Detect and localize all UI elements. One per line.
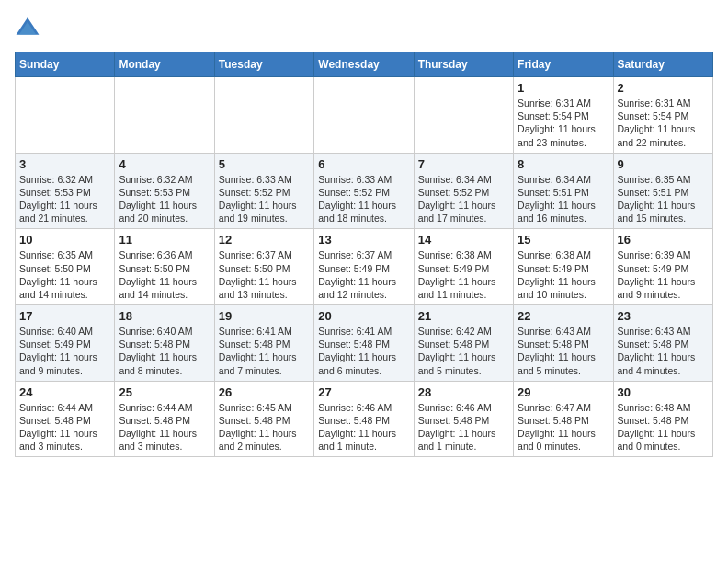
day-number: 5: [219, 157, 310, 171]
day-info: Sunrise: 6:37 AM Sunset: 5:50 PM Dayligh…: [219, 248, 310, 301]
day-info: Sunrise: 6:46 AM Sunset: 5:48 PM Dayligh…: [418, 401, 509, 454]
day-number: 7: [418, 157, 509, 171]
calendar-week-row: 24Sunrise: 6:44 AM Sunset: 5:48 PM Dayli…: [16, 381, 713, 457]
calendar-cell: 1Sunrise: 6:31 AM Sunset: 5:54 PM Daylig…: [514, 77, 613, 154]
day-number: 30: [618, 385, 709, 399]
day-number: 13: [318, 233, 409, 247]
day-info: Sunrise: 6:41 AM Sunset: 5:48 PM Dayligh…: [219, 325, 310, 377]
calendar-cell: 8Sunrise: 6:34 AM Sunset: 5:51 PM Daylig…: [514, 153, 613, 229]
day-number: 24: [19, 385, 110, 399]
calendar-cell: 22Sunrise: 6:43 AM Sunset: 5:48 PM Dayli…: [514, 305, 613, 382]
day-number: 20: [318, 309, 409, 323]
calendar-cell: 18Sunrise: 6:40 AM Sunset: 5:48 PM Dayli…: [115, 305, 214, 382]
day-info: Sunrise: 6:40 AM Sunset: 5:49 PM Dayligh…: [19, 325, 110, 377]
weekday-header: Tuesday: [214, 52, 313, 77]
day-number: 11: [119, 233, 210, 247]
day-number: 15: [518, 233, 609, 247]
weekday-header: Thursday: [414, 52, 513, 77]
calendar-cell: 20Sunrise: 6:41 AM Sunset: 5:48 PM Dayli…: [314, 305, 414, 382]
calendar-table: SundayMondayTuesdayWednesdayThursdayFrid…: [15, 52, 713, 457]
day-number: 23: [618, 309, 709, 323]
calendar-cell: 14Sunrise: 6:38 AM Sunset: 5:49 PM Dayli…: [414, 229, 513, 305]
calendar-cell: [16, 77, 115, 154]
day-number: 3: [19, 157, 110, 171]
day-number: 25: [119, 385, 210, 399]
calendar-cell: 21Sunrise: 6:42 AM Sunset: 5:48 PM Dayli…: [414, 305, 513, 382]
calendar-week-row: 3Sunrise: 6:32 AM Sunset: 5:53 PM Daylig…: [16, 153, 713, 229]
day-number: 29: [518, 385, 609, 399]
day-info: Sunrise: 6:35 AM Sunset: 5:51 PM Dayligh…: [618, 173, 709, 225]
day-number: 2: [618, 81, 709, 95]
day-number: 21: [418, 309, 509, 323]
calendar-cell: 19Sunrise: 6:41 AM Sunset: 5:48 PM Dayli…: [214, 305, 313, 382]
day-info: Sunrise: 6:46 AM Sunset: 5:48 PM Dayligh…: [318, 401, 409, 454]
day-number: 9: [618, 157, 709, 171]
day-info: Sunrise: 6:36 AM Sunset: 5:50 PM Dayligh…: [119, 248, 210, 301]
day-info: Sunrise: 6:37 AM Sunset: 5:49 PM Dayligh…: [318, 248, 409, 301]
day-number: 8: [518, 157, 609, 171]
day-info: Sunrise: 6:41 AM Sunset: 5:48 PM Dayligh…: [318, 325, 409, 377]
weekday-header: Sunday: [16, 52, 115, 77]
calendar-week-row: 17Sunrise: 6:40 AM Sunset: 5:49 PM Dayli…: [16, 305, 713, 382]
day-info: Sunrise: 6:33 AM Sunset: 5:52 PM Dayligh…: [318, 173, 409, 225]
calendar-cell: 28Sunrise: 6:46 AM Sunset: 5:48 PM Dayli…: [414, 381, 513, 457]
logo: [15, 15, 44, 40]
weekday-header: Wednesday: [314, 52, 414, 77]
calendar-cell: 3Sunrise: 6:32 AM Sunset: 5:53 PM Daylig…: [16, 153, 115, 229]
day-number: 28: [418, 385, 509, 399]
day-number: 1: [518, 81, 609, 95]
calendar-cell: 25Sunrise: 6:44 AM Sunset: 5:48 PM Dayli…: [115, 381, 214, 457]
day-number: 18: [119, 309, 210, 323]
calendar-week-row: 1Sunrise: 6:31 AM Sunset: 5:54 PM Daylig…: [16, 77, 713, 154]
calendar-cell: 6Sunrise: 6:33 AM Sunset: 5:52 PM Daylig…: [314, 153, 414, 229]
calendar-cell: 16Sunrise: 6:39 AM Sunset: 5:49 PM Dayli…: [613, 229, 712, 305]
day-number: 4: [119, 157, 210, 171]
day-info: Sunrise: 6:44 AM Sunset: 5:48 PM Dayligh…: [119, 401, 210, 454]
day-number: 17: [19, 309, 110, 323]
day-info: Sunrise: 6:47 AM Sunset: 5:48 PM Dayligh…: [518, 401, 609, 454]
day-number: 14: [418, 233, 509, 247]
calendar-cell: 27Sunrise: 6:46 AM Sunset: 5:48 PM Dayli…: [314, 381, 414, 457]
day-info: Sunrise: 6:45 AM Sunset: 5:48 PM Dayligh…: [219, 401, 310, 454]
day-info: Sunrise: 6:48 AM Sunset: 5:48 PM Dayligh…: [618, 401, 709, 454]
calendar-cell: 9Sunrise: 6:35 AM Sunset: 5:51 PM Daylig…: [613, 153, 712, 229]
calendar-week-row: 10Sunrise: 6:35 AM Sunset: 5:50 PM Dayli…: [16, 229, 713, 305]
day-info: Sunrise: 6:33 AM Sunset: 5:52 PM Dayligh…: [219, 173, 310, 225]
day-info: Sunrise: 6:34 AM Sunset: 5:52 PM Dayligh…: [418, 173, 509, 225]
day-number: 27: [318, 385, 409, 399]
calendar-cell: 23Sunrise: 6:43 AM Sunset: 5:48 PM Dayli…: [613, 305, 712, 382]
calendar-cell: 24Sunrise: 6:44 AM Sunset: 5:48 PM Dayli…: [16, 381, 115, 457]
day-number: 6: [318, 157, 409, 171]
page-header: [15, 15, 713, 40]
day-info: Sunrise: 6:35 AM Sunset: 5:50 PM Dayligh…: [19, 248, 110, 301]
day-info: Sunrise: 6:42 AM Sunset: 5:48 PM Dayligh…: [418, 325, 509, 377]
day-number: 19: [219, 309, 310, 323]
day-info: Sunrise: 6:40 AM Sunset: 5:48 PM Dayligh…: [119, 325, 210, 377]
day-info: Sunrise: 6:38 AM Sunset: 5:49 PM Dayligh…: [518, 248, 609, 301]
calendar-cell: 12Sunrise: 6:37 AM Sunset: 5:50 PM Dayli…: [214, 229, 313, 305]
weekday-header: Friday: [514, 52, 613, 77]
calendar-cell: [414, 77, 513, 154]
calendar-cell: 13Sunrise: 6:37 AM Sunset: 5:49 PM Dayli…: [314, 229, 414, 305]
calendar-cell: 10Sunrise: 6:35 AM Sunset: 5:50 PM Dayli…: [16, 229, 115, 305]
calendar-cell: [214, 77, 313, 154]
calendar-cell: 15Sunrise: 6:38 AM Sunset: 5:49 PM Dayli…: [514, 229, 613, 305]
calendar-cell: 7Sunrise: 6:34 AM Sunset: 5:52 PM Daylig…: [414, 153, 513, 229]
day-number: 22: [518, 309, 609, 323]
calendar-cell: [115, 77, 214, 154]
day-info: Sunrise: 6:34 AM Sunset: 5:51 PM Dayligh…: [518, 173, 609, 225]
weekday-header: Monday: [115, 52, 214, 77]
day-number: 16: [618, 233, 709, 247]
day-info: Sunrise: 6:31 AM Sunset: 5:54 PM Dayligh…: [518, 97, 609, 149]
calendar-cell: 4Sunrise: 6:32 AM Sunset: 5:53 PM Daylig…: [115, 153, 214, 229]
day-info: Sunrise: 6:32 AM Sunset: 5:53 PM Dayligh…: [19, 173, 110, 225]
weekday-header: Saturday: [613, 52, 712, 77]
day-info: Sunrise: 6:43 AM Sunset: 5:48 PM Dayligh…: [518, 325, 609, 377]
day-info: Sunrise: 6:38 AM Sunset: 5:49 PM Dayligh…: [418, 248, 509, 301]
weekday-header-row: SundayMondayTuesdayWednesdayThursdayFrid…: [16, 52, 713, 77]
day-info: Sunrise: 6:31 AM Sunset: 5:54 PM Dayligh…: [618, 97, 709, 149]
day-number: 26: [219, 385, 310, 399]
day-info: Sunrise: 6:44 AM Sunset: 5:48 PM Dayligh…: [19, 401, 110, 454]
calendar-cell: 29Sunrise: 6:47 AM Sunset: 5:48 PM Dayli…: [514, 381, 613, 457]
calendar-cell: 30Sunrise: 6:48 AM Sunset: 5:48 PM Dayli…: [613, 381, 712, 457]
